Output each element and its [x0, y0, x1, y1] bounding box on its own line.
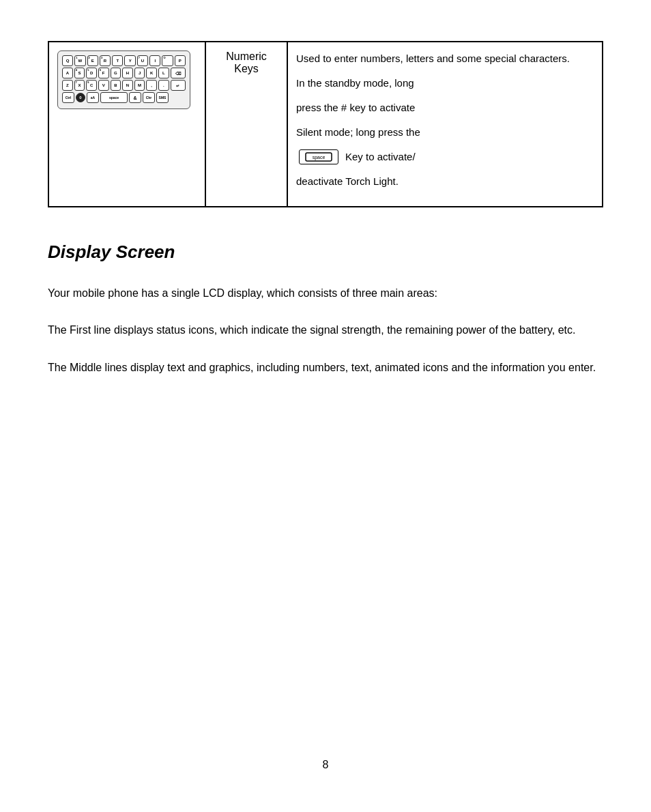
desc-line-6: deactivate Torch Light. [296, 173, 594, 190]
svg-text:space: space [313, 155, 326, 160]
key-j: J [134, 68, 145, 78]
key-b: B [111, 80, 121, 91]
key-i: I [149, 55, 160, 66]
desc-line-1: Used to enter numbers, letters and some … [296, 50, 594, 67]
page-container: Q 1W 2E 3R T Y 7U I O P A 4S [0, 0, 651, 812]
key-w: 1W [74, 55, 85, 66]
key-h: H [122, 68, 133, 78]
key-amp: & [129, 92, 141, 103]
desc-text-5: Key to activate/ [345, 149, 416, 165]
desc-line-3: press the # key to activate [296, 100, 594, 116]
key-0: 0 [76, 93, 85, 102]
key-x: 7X [74, 80, 85, 91]
display-screen-section: Display Screen Your mobile phone has a s… [48, 242, 603, 394]
key-m: M [134, 80, 145, 91]
keyboard-image: Q 1W 2E 3R T Y 7U I O P A 4S [57, 50, 190, 109]
key-q: Q [62, 55, 73, 66]
key-g: G [111, 68, 121, 78]
space-key-image: space [299, 149, 338, 164]
key-y: Y [124, 55, 135, 66]
key-l: L [158, 68, 169, 78]
paragraph-3: The Middle lines display text and graphi… [48, 358, 603, 378]
key-f: 6F [98, 68, 109, 78]
desc-text-3: press the # key to activate [296, 102, 415, 113]
key-space: space [100, 92, 128, 103]
desc-line-5: space Key to activate/ [296, 149, 594, 165]
section-title: Display Screen [48, 242, 603, 263]
key-k: K [146, 68, 157, 78]
key-r: 3R [100, 55, 111, 66]
key-enter: ↵ [171, 80, 186, 91]
key-p: P [175, 55, 186, 66]
key-e: 2E [87, 55, 98, 66]
key-aa: aA [87, 92, 99, 103]
desc-text-6: deactivate Torch Light. [296, 175, 399, 187]
key-period: . [158, 80, 169, 91]
keyboard-image-cell: Q 1W 2E 3R T Y 7U I O P A 4S [48, 42, 205, 207]
key-t: T [112, 55, 123, 66]
key-sms: SMS [156, 92, 169, 103]
paragraph-1: Your mobile phone has a single LCD displ… [48, 283, 603, 304]
page-number: 8 [48, 738, 603, 771]
key-d: 5D [86, 68, 97, 78]
key-ctrl: Ctrl [62, 92, 74, 103]
key-comma: , [146, 80, 157, 91]
desc-text-1: Used to enter numbers, letters and some … [296, 53, 570, 64]
key-c: 8C [86, 80, 97, 91]
key-o: O [162, 55, 173, 66]
key-a: A [62, 68, 73, 78]
desc-line-4: Silent mode; long press the [296, 124, 594, 141]
key-z: Z [62, 80, 73, 91]
keyboard-desc-cell: Used to enter numbers, letters and some … [287, 42, 603, 207]
desc-text-4: Silent mode; long press the [296, 126, 420, 138]
desc-line-2: In the standby mode, long [296, 75, 594, 91]
desc-text-2: In the standby mode, long [296, 77, 414, 89]
key-backspace: ⌫ [171, 68, 186, 78]
key-s: 4S [74, 68, 85, 78]
key-u: 7U [137, 55, 148, 66]
keyboard-table: Q 1W 2E 3R T Y 7U I O P A 4S [48, 41, 603, 207]
key-n: N [122, 80, 133, 91]
keyboard-label-cell: Numeric Keys [205, 42, 287, 207]
paragraph-2: The First line displays status icons, wh… [48, 320, 603, 340]
key-v: V [98, 80, 109, 91]
numeric-keys-label: Numeric Keys [226, 50, 267, 74]
key-chr: Chr [143, 92, 155, 103]
